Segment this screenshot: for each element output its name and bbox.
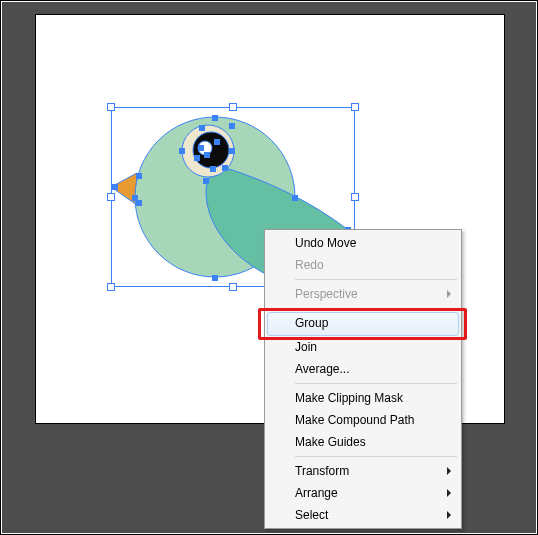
menu-item-label: Undo Move — [295, 236, 356, 250]
menu-item-transform[interactable]: Transform — [267, 460, 459, 482]
submenu-arrow-icon — [447, 467, 451, 475]
pasteboard: Undo MoveRedoPerspectiveGroupJoinAverage… — [2, 2, 536, 533]
menu-item-label: Transform — [295, 464, 349, 478]
submenu-arrow-icon — [447, 290, 451, 298]
menu-item-make-clipping-mask[interactable]: Make Clipping Mask — [267, 387, 459, 409]
menu-item-label: Join — [295, 340, 317, 354]
menu-item-undo-move[interactable]: Undo Move — [267, 232, 459, 254]
handle-w[interactable] — [107, 193, 115, 201]
anchor[interactable] — [203, 178, 209, 184]
handle-n[interactable] — [229, 103, 237, 111]
anchor[interactable] — [199, 125, 205, 131]
anchor[interactable] — [112, 184, 118, 190]
menu-item-make-guides[interactable]: Make Guides — [267, 431, 459, 453]
menu-item-label: Redo — [295, 258, 324, 272]
handle-sw[interactable] — [107, 283, 115, 291]
anchor[interactable] — [179, 148, 185, 154]
menu-item-label: Arrange — [295, 486, 338, 500]
submenu-arrow-icon — [447, 489, 451, 497]
anchor[interactable] — [194, 155, 200, 161]
menu-separator — [295, 308, 457, 309]
menu-item-perspective: Perspective — [267, 283, 459, 305]
anchor[interactable] — [210, 166, 216, 172]
anchor[interactable] — [212, 275, 218, 281]
anchor[interactable] — [292, 195, 298, 201]
handle-ne[interactable] — [351, 103, 359, 111]
menu-item-label: Perspective — [295, 287, 358, 301]
anchor[interactable] — [222, 165, 228, 171]
menu-item-redo: Redo — [267, 254, 459, 276]
anchor[interactable] — [136, 173, 142, 179]
screenshot-frame: Undo MoveRedoPerspectiveGroupJoinAverage… — [0, 0, 538, 535]
anchor[interactable] — [204, 152, 210, 158]
anchor[interactable] — [229, 148, 235, 154]
menu-item-make-compound-path[interactable]: Make Compound Path — [267, 409, 459, 431]
menu-item-arrange[interactable]: Arrange — [267, 482, 459, 504]
anchor[interactable] — [212, 115, 218, 121]
handle-e[interactable] — [351, 193, 359, 201]
menu-item-select[interactable]: Select — [267, 504, 459, 526]
menu-separator — [295, 279, 457, 280]
context-menu: Undo MoveRedoPerspectiveGroupJoinAverage… — [264, 229, 462, 529]
handle-nw[interactable] — [107, 103, 115, 111]
menu-item-label: Select — [295, 508, 328, 522]
menu-separator — [295, 383, 457, 384]
menu-item-label: Make Guides — [295, 435, 366, 449]
handle-s[interactable] — [229, 283, 237, 291]
anchor[interactable] — [198, 145, 204, 151]
menu-item-label: Make Compound Path — [295, 413, 414, 427]
menu-item-average[interactable]: Average... — [267, 358, 459, 380]
menu-item-join[interactable]: Join — [267, 336, 459, 358]
menu-separator — [295, 456, 457, 457]
menu-item-label: Average... — [295, 362, 349, 376]
anchor[interactable] — [214, 139, 220, 145]
anchor[interactable] — [229, 123, 235, 129]
menu-item-label: Group — [295, 316, 328, 330]
submenu-arrow-icon — [447, 511, 451, 519]
anchor[interactable] — [132, 195, 138, 201]
menu-item-group[interactable]: Group — [267, 312, 459, 336]
menu-item-label: Make Clipping Mask — [295, 391, 403, 405]
